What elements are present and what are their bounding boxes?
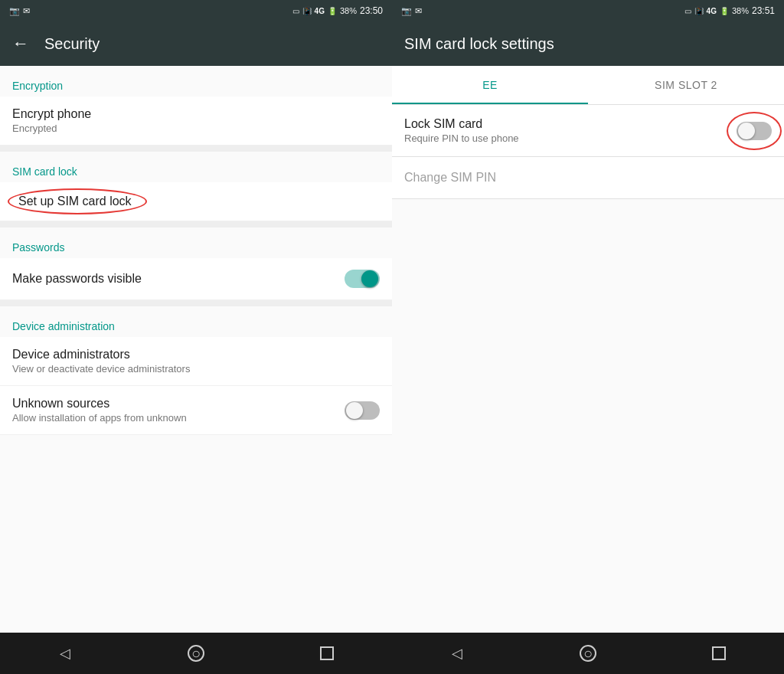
lock-sim-title: Lock SIM card [404, 117, 519, 131]
section-header-passwords: Passwords [0, 227, 392, 258]
lock-sim-text: Lock SIM card Require PIN to use phone [404, 117, 519, 144]
tabs-bar: EE SIM SLOT 2 [392, 66, 784, 105]
camera-icon-right: 📷 [401, 6, 412, 16]
toggle-lock-sim[interactable] [737, 121, 772, 141]
item-device-admin-title: Device administrators [12, 348, 380, 362]
item-change-sim-pin: Change SIM PIN [392, 157, 784, 199]
item-lock-sim-card[interactable]: Lock SIM card Require PIN to use phone [392, 105, 784, 157]
nav-home-icon-left: ○ [188, 645, 204, 662]
item-unknown-sources[interactable]: Unknown sources Allow installation of ap… [0, 386, 392, 435]
tab-ee[interactable]: EE [392, 66, 588, 104]
battery-icon-right: 🔋 [720, 7, 729, 15]
spacer-1 [0, 146, 392, 152]
tab-sim-slot-2[interactable]: SIM SLOT 2 [588, 66, 784, 104]
toolbar-right: SIM card lock settings [392, 21, 784, 66]
signal-icon-right: 4G [707, 7, 717, 15]
nav-bar-right: ◁ ○ [392, 633, 784, 674]
item-set-up-sim-card-lock[interactable]: Set up SIM card lock [0, 182, 392, 221]
toggle-make-passwords-visible[interactable] [345, 269, 380, 289]
nav-home-right[interactable]: ○ [573, 638, 603, 669]
item-device-administrators[interactable]: Device administrators View or deactivate… [0, 337, 392, 386]
time-right: 23:51 [752, 5, 775, 16]
toolbar-left: ← Security [0, 21, 392, 66]
back-button-left[interactable]: ← [12, 34, 29, 54]
battery-percent-left: 38% [340, 6, 357, 15]
lock-sim-subtitle: Require PIN to use phone [404, 133, 519, 144]
item-make-passwords-visible-title: Make passwords visible [12, 272, 142, 286]
item-encrypt-phone-title: Encrypt phone [12, 107, 380, 121]
email-icon-right: ✉ [415, 6, 422, 16]
item-set-up-sim-card-lock-title: Set up SIM card lock [12, 193, 138, 210]
item-device-admin-subtitle: View or deactivate device administrators [12, 363, 380, 375]
cast-icon: ▭ [292, 7, 299, 15]
status-icons-left: 📷 ✉ [9, 6, 30, 16]
item-unknown-sources-subtitle: Allow installation of apps from unknown [12, 412, 187, 424]
right-screen: 📷 ✉ ▭ 📳 4G 🔋 38% 23:51 SIM card lock set… [392, 0, 784, 674]
nav-back-right[interactable]: ◁ [442, 638, 472, 669]
toolbar-title-left: Security [44, 35, 100, 53]
section-header-sim-lock: SIM card lock [0, 152, 392, 182]
nav-recent-right[interactable] [704, 638, 734, 669]
toggle-thumb-unknown [346, 402, 363, 419]
left-screen: 📷 ✉ ▭ 📳 4G 🔋 38% 23:50 ← Security Encryp… [0, 0, 392, 674]
toolbar-title-right: SIM card lock settings [404, 35, 554, 53]
cast-icon-right: ▭ [684, 7, 691, 15]
signal-icon: 4G [315, 7, 325, 15]
item-make-passwords-visible[interactable]: Make passwords visible [0, 258, 392, 300]
nav-back-icon-right: ◁ [452, 645, 462, 662]
vibrate-icon-right: 📳 [694, 7, 704, 15]
section-header-device-admin: Device administration [0, 306, 392, 337]
status-info-right: ▭ 📳 4G 🔋 38% 23:51 [684, 5, 775, 16]
toggle-thumb-lock-sim [738, 123, 755, 139]
item-encrypt-phone-subtitle: Encrypted [12, 123, 380, 134]
camera-icon: 📷 [9, 6, 20, 16]
nav-back-icon-left: ◁ [60, 645, 70, 662]
nav-recent-icon-left [320, 646, 334, 660]
time-left: 23:50 [360, 5, 383, 16]
battery-percent-right: 38% [732, 6, 749, 15]
nav-home-left[interactable]: ○ [181, 638, 211, 669]
left-content: Encryption Encrypt phone Encrypted SIM c… [0, 66, 392, 633]
battery-icon: 🔋 [328, 7, 337, 15]
toggle-unknown-sources[interactable] [345, 401, 380, 420]
change-sim-pin-title: Change SIM PIN [404, 171, 772, 185]
status-bar-left: 📷 ✉ ▭ 📳 4G 🔋 38% 23:50 [0, 0, 392, 21]
status-info-left: ▭ 📳 4G 🔋 38% 23:50 [292, 5, 383, 16]
spacer-2 [0, 221, 392, 227]
toggle-wrapper-lock-sim [737, 121, 772, 141]
nav-recent-left[interactable] [312, 638, 342, 669]
nav-back-left[interactable]: ◁ [50, 638, 80, 669]
nav-bar-left: ◁ ○ [0, 633, 392, 674]
email-icon: ✉ [23, 6, 30, 16]
vibrate-icon: 📳 [302, 7, 312, 15]
right-content: Lock SIM card Require PIN to use phone C… [392, 105, 784, 633]
status-icons-right: 📷 ✉ [401, 6, 422, 16]
nav-home-icon-right: ○ [580, 645, 596, 662]
item-unknown-sources-title: Unknown sources [12, 397, 187, 411]
spacer-3 [0, 300, 392, 306]
status-bar-right: 📷 ✉ ▭ 📳 4G 🔋 38% 23:51 [392, 0, 784, 21]
item-make-passwords-visible-text: Make passwords visible [12, 272, 142, 286]
item-unknown-sources-text: Unknown sources Allow installation of ap… [12, 397, 187, 424]
item-encrypt-phone[interactable]: Encrypt phone Encrypted [0, 97, 392, 146]
nav-recent-icon-right [712, 646, 726, 660]
section-header-encryption: Encryption [0, 66, 392, 97]
toggle-thumb-passwords [361, 270, 378, 287]
